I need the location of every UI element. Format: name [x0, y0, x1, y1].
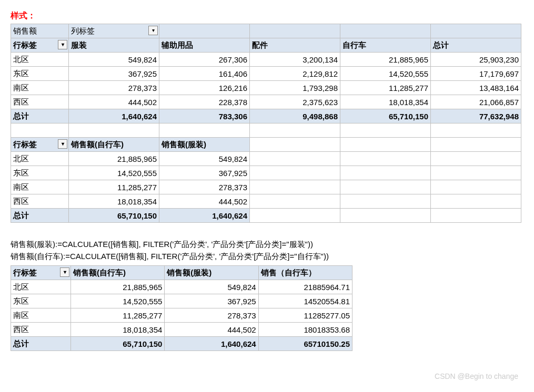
- cell: 228,378: [159, 95, 250, 109]
- row-labels-cell[interactable]: 行标签 ▾: [11, 38, 69, 53]
- cell: 18,018,354: [340, 95, 431, 109]
- row-label[interactable]: 东区: [11, 294, 71, 308]
- row-label[interactable]: 东区: [11, 166, 69, 180]
- total-row: 总计 65,710,150 1,640,624 65710150.25: [11, 337, 352, 351]
- table-row: 北区 21,885,965 549,824 21885964.71: [11, 280, 352, 294]
- table-row: 西区 444,502 228,378 2,375,623 18,018,354 …: [11, 95, 521, 109]
- formula-block: 销售额(服装):=CALCULATE([销售额], FILTER('产品分类',…: [11, 239, 523, 262]
- col-header[interactable]: 服装: [69, 38, 159, 53]
- total-label: 总计: [11, 109, 69, 123]
- style-title: 样式：: [11, 11, 523, 22]
- row-label[interactable]: 北区: [11, 280, 71, 294]
- total-label: 总计: [11, 337, 71, 351]
- row-labels-text: 行标签: [13, 40, 37, 49]
- cell: 278,373: [69, 81, 159, 95]
- row-label[interactable]: 北区: [11, 53, 69, 67]
- col-header[interactable]: 配件: [250, 38, 340, 53]
- col-header[interactable]: 销售（自行车）: [258, 266, 352, 280]
- col-header[interactable]: 销售额(自行车): [71, 266, 165, 280]
- cell: 21,885,965: [69, 152, 159, 166]
- cell: 21,885,965: [340, 53, 431, 67]
- table-row: 西区 18,018,354 444,502 18018353.68: [11, 323, 352, 337]
- cell: 2,375,623: [250, 95, 340, 109]
- total-cell: 65,710,150: [340, 109, 431, 123]
- col-labels-text: 列标签: [71, 26, 95, 35]
- cell: 367,925: [69, 67, 159, 81]
- cell: 11,285,277: [71, 308, 165, 323]
- cell: 161,406: [159, 67, 250, 81]
- total-cell: 1,640,624: [69, 109, 159, 123]
- col-labels-cell[interactable]: 列标签 ▾: [69, 24, 159, 38]
- cell: 21,885,965: [71, 280, 165, 294]
- total-cell: 65,710,150: [71, 337, 165, 351]
- total-cell: 1,640,624: [159, 209, 250, 223]
- row-label[interactable]: 北区: [11, 152, 69, 166]
- total-cell: 65710150.25: [258, 337, 352, 351]
- table-row: 东区 14,520,555 367,925 14520554.81: [11, 294, 352, 308]
- cell: 14,520,555: [69, 166, 159, 180]
- row-label[interactable]: 南区: [11, 81, 69, 95]
- row-label[interactable]: 西区: [11, 323, 71, 337]
- total-cell: 783,306: [159, 109, 250, 123]
- measure-label-cell: 销售额: [11, 24, 69, 38]
- row-labels-cell[interactable]: 行标签 ▾: [11, 138, 69, 152]
- cell: 13,483,164: [431, 81, 521, 95]
- empty-row: [11, 123, 521, 138]
- row-labels-cell[interactable]: 行标签 ▾: [11, 266, 71, 280]
- blank-header: [159, 24, 250, 38]
- row-label[interactable]: 东区: [11, 67, 69, 81]
- dropdown-icon[interactable]: ▾: [60, 267, 69, 277]
- total-row: 总计 1,640,624 783,306 9,498,868 65,710,15…: [11, 109, 521, 123]
- cell: 2,129,812: [250, 67, 340, 81]
- row-labels-text: 行标签: [13, 268, 37, 277]
- row-label[interactable]: 南区: [11, 180, 69, 194]
- cell: 14520554.81: [258, 294, 352, 308]
- table-row: 南区 11,285,277 278,373 11285277.05: [11, 308, 352, 323]
- formula-2: 销售额(自行车):=CALCULATE([销售额], FILTER('产品分类'…: [11, 251, 523, 263]
- blank-header: [250, 24, 340, 38]
- cell: 18,018,354: [69, 194, 159, 209]
- formula-1: 销售额(服装):=CALCULATE([销售额], FILTER('产品分类',…: [11, 239, 523, 251]
- col-header[interactable]: 销售额(服装): [159, 138, 250, 152]
- col-header[interactable]: 辅助用品: [159, 38, 250, 53]
- cell: 444,502: [159, 194, 250, 209]
- col-header[interactable]: 自行车: [340, 38, 431, 53]
- col-header[interactable]: 销售额(服装): [165, 266, 258, 280]
- total-row: 总计 65,710,150 1,640,624: [11, 209, 521, 223]
- total-cell: 77,632,948: [431, 109, 521, 123]
- dropdown-icon[interactable]: ▾: [148, 26, 158, 35]
- total-cell: 1,640,624: [165, 337, 258, 351]
- pivot-table-3: 行标签 ▾ 销售额(自行车) 销售额(服装) 销售（自行车） 北区 21,885…: [11, 265, 352, 351]
- cell: 11,285,277: [69, 180, 159, 194]
- total-cell: 9,498,868: [250, 109, 340, 123]
- col-header[interactable]: 总计: [431, 38, 521, 53]
- cell: 549,824: [159, 152, 250, 166]
- row-label[interactable]: 西区: [11, 194, 69, 209]
- dropdown-icon[interactable]: ▾: [58, 139, 67, 149]
- table-row: 南区 278,373 126,216 1,793,298 11,285,277 …: [11, 81, 521, 95]
- cell: 1,793,298: [250, 81, 340, 95]
- cell: 14,520,555: [340, 67, 431, 81]
- cell: 278,373: [159, 180, 250, 194]
- table-row: 东区 367,925 161,406 2,129,812 14,520,555 …: [11, 67, 521, 81]
- total-label: 总计: [11, 209, 69, 223]
- cell: 367,925: [159, 166, 250, 180]
- cell: 367,925: [165, 294, 258, 308]
- table-row: 北区 549,824 267,306 3,200,134 21,885,965 …: [11, 53, 521, 67]
- cell: 444,502: [165, 323, 258, 337]
- row-label[interactable]: 西区: [11, 95, 69, 109]
- total-cell: 65,710,150: [69, 209, 159, 223]
- cell: 267,306: [159, 53, 250, 67]
- cell: 25,903,230: [431, 53, 521, 67]
- cell: 21,066,857: [431, 95, 521, 109]
- cell: 549,824: [69, 53, 159, 67]
- table-row: 南区 11,285,277 278,373: [11, 180, 521, 194]
- cell: 549,824: [165, 280, 258, 294]
- col-header[interactable]: 销售额(自行车): [69, 138, 159, 152]
- table-row: 北区 21,885,965 549,824: [11, 152, 521, 166]
- table-row: 西区 18,018,354 444,502: [11, 194, 521, 209]
- dropdown-icon[interactable]: ▾: [58, 40, 67, 49]
- cell: 18,018,354: [71, 323, 165, 337]
- cell: 21885964.71: [258, 280, 352, 294]
- row-label[interactable]: 南区: [11, 308, 71, 323]
